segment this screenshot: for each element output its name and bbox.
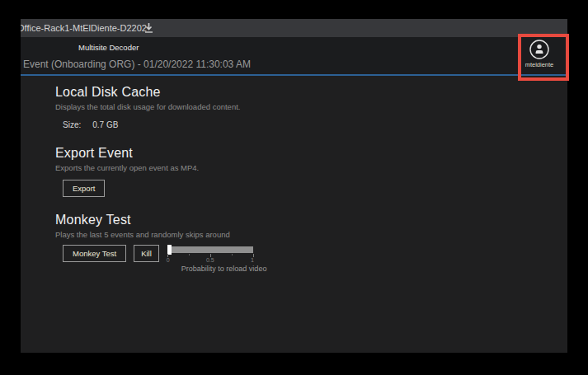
section-export-event: Export Event Exports the currently open … — [55, 146, 567, 197]
device-tab[interactable]: Office-Rack1-MtElDiente-D2202 — [21, 23, 147, 33]
export-button[interactable]: Export — [63, 180, 105, 197]
slider-track[interactable] — [167, 246, 253, 253]
user-menu-button[interactable]: mteldiente — [518, 38, 561, 68]
reload-probability-slider-group: 0 0.5 1 Probability to reload video — [167, 245, 253, 273]
size-label: Size: — [63, 120, 81, 129]
app-window: Office-Rack1-MtElDiente-D2202 Multisite … — [21, 19, 567, 353]
download-icon[interactable] — [143, 22, 154, 34]
kill-button[interactable]: Kill — [134, 245, 159, 262]
section-title: Local Disk Cache — [55, 85, 567, 100]
section-description: Displays the total disk usage for downlo… — [55, 102, 567, 111]
section-title: Monkey Test — [55, 213, 567, 227]
app-title: Multisite Decoder — [78, 43, 139, 52]
slider-mid-label: 0.5 — [206, 257, 214, 263]
slider-labels: 0 0.5 1 — [167, 258, 253, 265]
monkey-test-controls: Monkey Test Kill 0 0.5 — [63, 245, 567, 273]
slider-max-label: 1 — [251, 257, 254, 263]
slider-caption: Probability to reload video — [181, 265, 253, 273]
header: Multisite Decoder Event (Onboarding ORG)… — [21, 37, 567, 76]
user-circle-icon — [529, 39, 550, 60]
section-local-disk-cache: Local Disk Cache Displays the total disk… — [55, 85, 567, 129]
section-description: Plays the last 5 events and randomly ski… — [55, 230, 567, 239]
section-description: Exports the currently open event as MP4. — [55, 163, 567, 172]
section-monkey-test: Monkey Test Plays the last 5 events and … — [55, 213, 567, 273]
slider-min-label: 0 — [167, 257, 170, 263]
disk-size-row: Size: 0.7 GB — [63, 120, 567, 129]
settings-content: Local Disk Cache Displays the total disk… — [21, 76, 567, 353]
size-value: 0.7 GB — [92, 120, 118, 129]
monkey-test-button[interactable]: Monkey Test — [63, 245, 126, 262]
event-title: Event (Onboarding ORG) - 01/20/2022 11:3… — [23, 59, 251, 70]
tab-bar: Office-Rack1-MtElDiente-D2202 — [21, 19, 567, 37]
section-title: Export Event — [55, 146, 567, 161]
user-name-label: mteldiente — [518, 61, 561, 68]
